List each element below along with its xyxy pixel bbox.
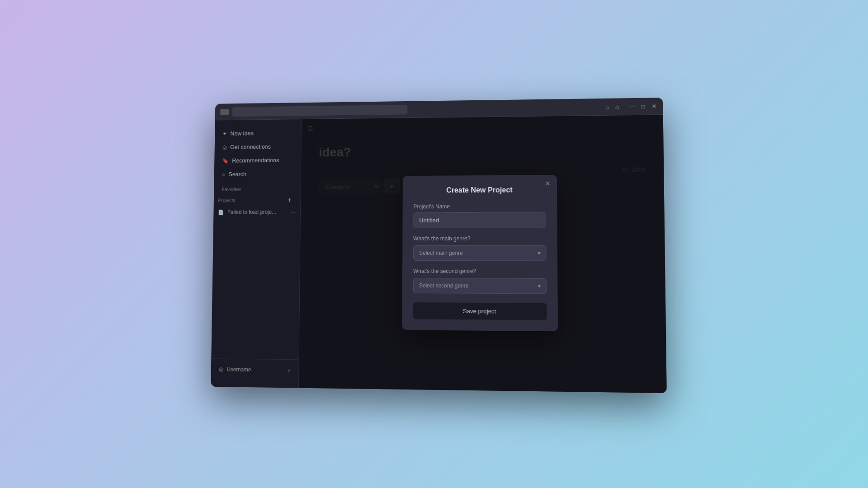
save-project-button[interactable]: Save project — [413, 302, 547, 320]
project-name: Failed to load proje... — [227, 209, 287, 215]
main-content: ☰ idea? 0 / 2000 Category ➤ ✕ — [299, 115, 667, 393]
main-genre-select-wrapper: Select main genre Fantasy Science Fictio… — [413, 245, 546, 261]
projects-section-header: Projects + — [214, 194, 301, 206]
maximize-button[interactable]: □ — [640, 103, 646, 109]
modal-close-button[interactable]: ✕ — [545, 180, 551, 187]
home-icon[interactable]: ⌂ — [615, 103, 619, 110]
sidebar-item-search[interactable]: ○ Search — [217, 167, 297, 180]
second-genre-select-wrapper: Select second genre Fantasy Science Fict… — [413, 278, 547, 294]
main-genre-group: What's the main genre? Select main genre… — [413, 235, 546, 261]
second-genre-label: What's the second genre? — [413, 268, 547, 275]
recommendations-icon: 🔖 — [222, 158, 229, 164]
second-genre-select[interactable]: Select second genre Fantasy Science Fict… — [413, 278, 547, 294]
project-more-button[interactable]: ··· — [291, 208, 296, 216]
main-genre-select[interactable]: Select main genre Fantasy Science Fictio… — [413, 245, 546, 261]
second-genre-group: What's the second genre? Select second g… — [413, 268, 547, 294]
app-logo — [220, 108, 229, 115]
close-button[interactable]: ✕ — [651, 103, 658, 109]
create-project-modal: ✕ Create New Project Project's Name What… — [402, 175, 558, 331]
projects-label: Projects — [218, 197, 288, 203]
sidebar-item-new-idea[interactable]: ✦ New idea — [218, 127, 298, 140]
window-controls: — □ ✕ — [628, 103, 657, 110]
sidebar-item-get-connections[interactable]: ◎ Get connections — [218, 140, 297, 154]
app-window: ⌕ ⌂ — □ ✕ ✦ New idea ◎ — [211, 98, 666, 393]
add-project-button[interactable]: + — [288, 196, 292, 204]
modal-title: Create New Project — [414, 186, 546, 194]
sidebar-nav: ✦ New idea ◎ Get connections 🔖 Recommend… — [214, 127, 301, 182]
user-icon: ◎ — [219, 366, 223, 372]
main-genre-label: What's the main genre? — [413, 235, 546, 242]
title-bar-left — [220, 102, 596, 117]
project-name-input[interactable] — [413, 212, 546, 228]
address-bar[interactable] — [232, 104, 407, 116]
app-body: ✦ New idea ◎ Get connections 🔖 Recommend… — [211, 115, 666, 393]
connections-icon: ◎ — [222, 144, 227, 150]
project-file-icon: 📄 — [218, 209, 224, 215]
user-chevron-icon: ∧ — [288, 368, 291, 373]
minimize-button[interactable]: — — [628, 103, 635, 110]
user-row[interactable]: ◎ Username ∧ — [214, 363, 295, 376]
search-icon[interactable]: ⌕ — [605, 103, 609, 110]
search-icon: ○ — [222, 171, 225, 178]
sidebar-project-item[interactable]: 📄 Failed to load proje... ··· — [213, 206, 300, 218]
sidebar-footer: ◎ Username ∧ — [211, 358, 299, 380]
sidebar-item-recommendations[interactable]: 🔖 Recommendations — [218, 154, 297, 167]
modal-overlay[interactable]: ✕ Create New Project Project's Name What… — [299, 115, 667, 393]
favorites-label: Favorites — [214, 181, 301, 194]
sidebar: ✦ New idea ◎ Get connections 🔖 Recommend… — [211, 119, 302, 388]
project-name-label: Project's Name — [413, 203, 546, 210]
new-idea-icon: ✦ — [222, 131, 227, 137]
title-bar-icons: ⌕ ⌂ — [605, 103, 619, 110]
